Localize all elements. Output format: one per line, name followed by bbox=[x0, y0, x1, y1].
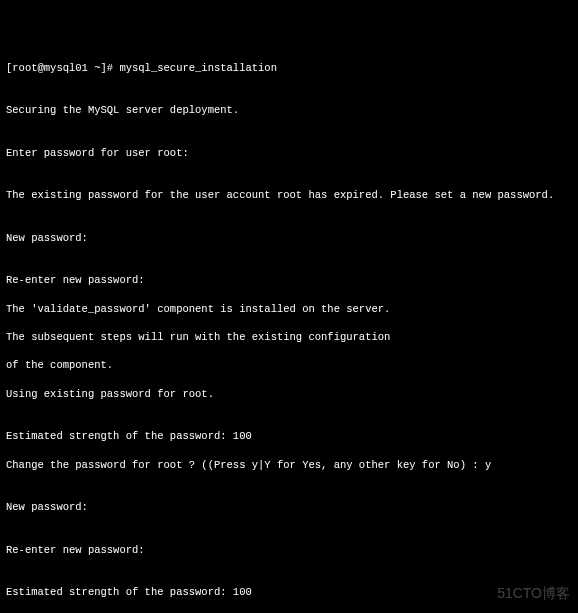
prompt-line: [root@mysql01 ~]# mysql_secure_installat… bbox=[6, 61, 572, 75]
terminal-output: The 'validate_password' component is ins… bbox=[6, 302, 572, 316]
terminal-output: Estimated strength of the password: 100 bbox=[6, 429, 572, 443]
terminal-output: of the component. bbox=[6, 358, 572, 372]
terminal-output: Using existing password for root. bbox=[6, 387, 572, 401]
terminal-output: Securing the MySQL server deployment. bbox=[6, 103, 572, 117]
terminal-output: Re-enter new password: bbox=[6, 273, 572, 287]
terminal-output: The subsequent steps will run with the e… bbox=[6, 330, 572, 344]
terminal-output: Estimated strength of the password: 100 bbox=[6, 585, 572, 599]
terminal-output: New password: bbox=[6, 500, 572, 514]
terminal-output: Enter password for user root: bbox=[6, 146, 572, 160]
terminal-output: Re-enter new password: bbox=[6, 543, 572, 557]
terminal-output: The existing password for the user accou… bbox=[6, 188, 572, 202]
terminal-output: New password: bbox=[6, 231, 572, 245]
terminal-output: Change the password for root ? ((Press y… bbox=[6, 458, 572, 472]
